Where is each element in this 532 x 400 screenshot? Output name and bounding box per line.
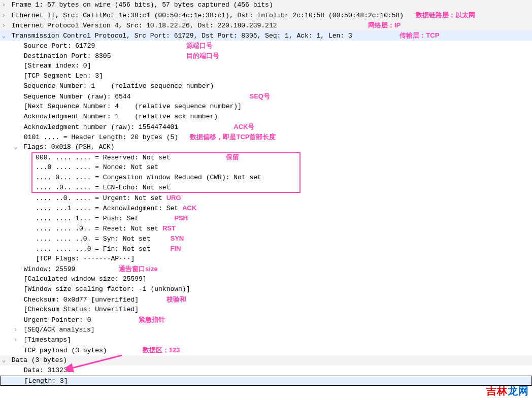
checksum-text: Checksum: 0x0d77 [unverified] [24,296,139,304]
chevron-right-icon[interactable]: › [0,0,8,10]
note-src: 源端口号 [186,42,213,49]
tree-row-ackraw[interactable]: Acknowledgment number (raw): 1554474401 … [0,122,532,132]
tree-row-ip[interactable]: › Internet Protocol Version 4, Src: 10.1… [0,20,532,30]
tree-row-fin[interactable]: .... .... ...0 = Fin: Not set FIN [0,244,532,254]
tree-row-urgptr[interactable]: Urgent Pointer: 0 紧急指针 [0,315,532,325]
chevron-right-icon[interactable]: › [0,21,8,31]
tree-row-ackf[interactable]: .... ...1 .... = Acknowledgment: Set ACK [0,203,532,213]
tree-row-payload[interactable]: TCP payload (3 bytes) 数据区：123 [0,345,532,355]
tree-row-flags[interactable]: ⌄ Flags: 0x018 (PSH, ACK) [0,142,532,152]
tree-row-urg[interactable]: .... ..0. .... = Urgent: Not set URG [0,193,532,203]
seglen-text: [TCP Segment Len: 3] [24,72,103,80]
chevron-down-icon[interactable]: ⌄ [0,31,8,41]
tree-row-timestamps[interactable]: › [Timestamps] [0,335,532,345]
eth-text: Ethernet II, Src: GalilMot_1e:38:c1 (00:… [12,12,404,19]
seqraw-text: Sequence Number (raw): 6544 [24,93,131,101]
note-win: 通告窗口size [119,265,158,273]
note-ack: ACK号 [234,123,254,130]
tree-row-seglen[interactable]: [TCP Segment Len: 3] [0,71,532,81]
tree-row-seqraw[interactable]: Sequence Number (raw): 6544 SEQ号 [0,91,532,102]
ip-text: Internet Protocol Version 4, Src: 10.18.… [12,22,277,29]
tree-row-dstport[interactable]: Destination Port: 8305 目的端口号 [0,51,532,61]
note-tcp: 传输层：TCP [400,31,439,39]
tree-row-data[interactable]: ⌄ Data (3 bytes) [0,355,532,365]
tree-row-stream[interactable]: [Stream index: 0] [0,61,532,71]
tree-row-nseq[interactable]: [Next Sequence Number: 4 (relative seque… [0,102,532,112]
ackf-text: .... ...1 .... = Acknowledgment: Set [36,205,178,212]
note-eth: 数据链路层：以太网 [416,11,475,19]
note-dataz: 数据区：123 [143,346,180,354]
srcport-text: Source Port: 61729 [24,42,95,50]
note-urgp: 紧急指针 [139,316,165,323]
flags-text: Flags: 0x018 (PSH, ACK) [23,143,114,151]
rst-text: .... .... .0.. = Reset: Not set [36,225,158,232]
frame-text: Frame 1: 57 bytes on wire (456 bits), 57… [12,1,273,9]
chevron-down-icon[interactable]: ⌄ [0,355,8,365]
note-chk: 校验和 [167,295,186,303]
tree-row-seqack[interactable]: › [SEQ/ACK analysis] [0,325,532,335]
note-psh: PSH [174,214,188,222]
tcpflags-text: [TCP Flags: ·······AP···] [36,255,135,262]
chevron-right-icon[interactable]: › [0,11,8,21]
tree-row-calcwin[interactable]: [Calculated window size: 25599] [0,274,532,284]
note-ackf: ACK [182,204,196,212]
note-dst: 目的端口号 [186,52,219,59]
hdrlen-text: 0101 .... = Header Length: 20 bytes (5) [24,134,178,141]
ckstatus-text: [Checksum Status: Unverified] [24,306,139,313]
tree-row-hdrlen[interactable]: 0101 .... = Header Length: 20 bytes (5) … [0,132,532,142]
datahdr-text: Data (3 bytes) [12,356,67,364]
note-seq: SEQ号 [250,92,270,100]
tree-row-seqrel[interactable]: Sequence Number: 1 (relative sequence nu… [0,81,532,91]
seqack-text: [SEQ/ACK analysis] [23,326,94,334]
note-syn: SYN [170,235,184,242]
ackraw-text: Acknowledgment number (raw): 1554474401 [24,123,178,131]
dataval-text: Data: 313233 [24,366,72,374]
note-rst: RST [162,224,176,232]
chevron-right-icon[interactable]: › [12,335,19,345]
note-fin: FIN [170,245,181,252]
tree-row-ckstatus[interactable]: [Checksum Status: Unverified] [0,305,532,315]
payload-text: TCP payload (3 bytes) [24,347,107,354]
seqrel-text: Sequence Number: 1 (relative sequence nu… [24,82,214,90]
tree-row-psh[interactable]: .... .... 1... = Push: Set PSH [0,213,532,223]
note-urg: URG [167,194,181,202]
calcwin-text: [Calculated window size: 25599] [24,275,147,283]
datalen-text: [Length: 3] [24,377,68,385]
tree-row-ethernet[interactable]: › Ethernet II, Src: GalilMot_1e:38:c1 (0… [0,10,532,20]
fin-text: .... .... ...0 = Fin: Not set [36,245,150,253]
wm-right: 龙网 [508,385,529,396]
note-hdr: 数据偏移，即是TCP首部长度 [190,133,276,141]
wm-left: 吉林 [486,385,508,396]
tree-row-srcport[interactable]: Source Port: 61729 源端口号 [0,41,532,51]
tree-row-ackrel[interactable]: Acknowledgment Number: 1 (relative ack n… [0,112,532,122]
window-text: Window: 25599 [24,265,75,273]
tree-row-syn[interactable]: .... .... ..0. = Syn: Not set SYN [0,234,532,244]
syn-text: .... .... ..0. = Syn: Not set [36,235,150,243]
ts-text: [Timestamps] [23,336,71,344]
tree-row-checksum[interactable]: Checksum: 0x0d77 [unverified] 校验和 [0,294,532,305]
urgptr-text: Urgent Pointer: 0 [24,316,91,324]
tree-row-dataval[interactable]: Data: 313233 [0,365,532,376]
winscale-text: [Window size scaling factor: -1 (unknown… [24,285,190,293]
urg-text: .... ..0. .... = Urgent: Not set [36,194,162,202]
dstport-text: Destination Port: 8305 [24,52,111,60]
tree-row-length[interactable]: [Length: 3] [0,376,532,386]
note-ip: 网络层：IP [368,21,401,29]
psh-text: .... .... 1... = Push: Set [36,215,139,222]
tree-row-frame[interactable]: › Frame 1: 57 bytes on wire (456 bits), … [0,0,532,10]
tcp-text: Transmission Control Protocol, Src Port:… [12,32,352,40]
stream-text: [Stream index: 0] [24,62,91,70]
tree-row-tcp[interactable]: ⌄ Transmission Control Protocol, Src Por… [0,30,532,41]
chevron-down-icon[interactable]: ⌄ [12,142,19,152]
ackrel-text: Acknowledgment Number: 1 (relative ack n… [24,113,218,120]
reserved-box [31,152,301,193]
watermark: 吉林龙网 [486,386,529,396]
tree-row-tcpflags[interactable]: [TCP Flags: ·······AP···] [0,254,532,264]
tree-row-window[interactable]: Window: 25599 通告窗口size [0,264,532,274]
tree-row-rst[interactable]: .... .... .0.. = Reset: Not set RST [0,223,532,234]
tree-row-winscale[interactable]: [Window size scaling factor: -1 (unknown… [0,284,532,294]
nseq-text: [Next Sequence Number: 4 (relative seque… [24,103,242,110]
chevron-right-icon[interactable]: › [12,325,19,335]
